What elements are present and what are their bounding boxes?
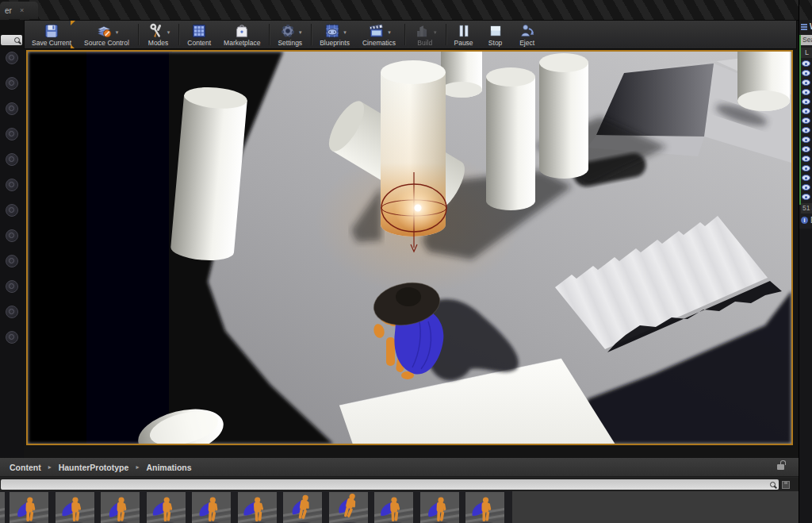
left-panel-search-input[interactable] bbox=[1, 35, 22, 45]
stop-icon bbox=[486, 22, 505, 40]
visibility-eye-icon[interactable] bbox=[802, 137, 810, 143]
toolbar-button-save-current[interactable]: Save Current bbox=[26, 21, 79, 48]
visibility-eye-icon[interactable] bbox=[802, 184, 810, 190]
toolbar-button-pause[interactable]: Pause bbox=[449, 21, 481, 48]
visibility-eye-icon[interactable] bbox=[802, 70, 810, 76]
toolbar-button-settings[interactable]: ▾Settings bbox=[272, 21, 309, 48]
visibility-eye-icon[interactable] bbox=[802, 79, 810, 86]
outliner-row[interactable] bbox=[801, 154, 812, 163]
asset-thumbnail[interactable] bbox=[283, 492, 322, 523]
toolbar-button-stop[interactable]: Stop bbox=[481, 21, 512, 48]
content-browser-search-row bbox=[0, 478, 799, 491]
toolbar-button-source-control[interactable]: ▾Source Control bbox=[79, 21, 136, 48]
dropdown-caret-icon[interactable]: ▾ bbox=[116, 29, 119, 36]
outliner-row[interactable] bbox=[801, 135, 812, 144]
dropdown-caret-icon[interactable]: ▾ bbox=[343, 29, 347, 36]
outliner-row[interactable] bbox=[801, 68, 812, 78]
asset-thumbnail[interactable] bbox=[374, 492, 413, 523]
visibility-eye-icon[interactable] bbox=[802, 165, 810, 171]
toolbar-buttons: Save Current▾Source Control▾ModesContent… bbox=[25, 21, 796, 48]
list-icon bbox=[801, 24, 807, 25]
outliner-search-input[interactable]: Sear bbox=[801, 35, 812, 45]
left-panel-item-icon[interactable] bbox=[6, 255, 18, 267]
left-panel-item-icon[interactable] bbox=[6, 280, 18, 293]
outliner-row[interactable] bbox=[801, 97, 812, 106]
info-icon bbox=[801, 217, 808, 224]
outliner-column-header[interactable]: L bbox=[801, 48, 812, 58]
level-viewport[interactable] bbox=[26, 50, 793, 445]
toolbar-button-eject[interactable]: Eject bbox=[512, 21, 544, 48]
content-browser-search-input[interactable] bbox=[1, 479, 779, 490]
outliner-row[interactable] bbox=[801, 173, 812, 183]
visibility-eye-icon[interactable] bbox=[802, 146, 810, 152]
visibility-eye-icon[interactable] bbox=[802, 89, 810, 95]
blueprints-icon: ▾ bbox=[323, 22, 347, 40]
asset-thumbnail[interactable] bbox=[147, 492, 186, 523]
left-panel-item-icon[interactable] bbox=[6, 229, 18, 242]
visibility-eye-icon[interactable] bbox=[802, 117, 810, 124]
left-panel-item-icon[interactable] bbox=[6, 306, 18, 318]
asset-thumbnail[interactable] bbox=[465, 492, 504, 523]
breadcrumb-separator-icon: ▸ bbox=[48, 463, 52, 471]
outliner-row[interactable] bbox=[801, 125, 812, 135]
breadcrumb-item-animations[interactable]: Animations bbox=[146, 463, 191, 472]
dropdown-caret-icon[interactable]: ▾ bbox=[167, 29, 170, 36]
save-search-icon[interactable] bbox=[782, 481, 790, 489]
left-panel-item-icon[interactable] bbox=[6, 77, 18, 90]
visibility-eye-icon[interactable] bbox=[802, 60, 810, 67]
visibility-eye-icon[interactable] bbox=[802, 175, 810, 181]
asset-thumbnail[interactable] bbox=[329, 492, 368, 523]
dropdown-caret-icon[interactable]: ▾ bbox=[388, 29, 391, 36]
outliner-row[interactable] bbox=[801, 192, 812, 202]
left-panel-item-icon[interactable] bbox=[6, 153, 18, 166]
left-panel-item-icon[interactable] bbox=[6, 331, 18, 344]
left-panel-item-icon[interactable] bbox=[6, 102, 18, 115]
visibility-eye-icon[interactable] bbox=[802, 108, 810, 114]
visibility-eye-icon[interactable] bbox=[802, 98, 810, 105]
visibility-eye-icon[interactable] bbox=[802, 127, 810, 133]
details-tab[interactable]: D bbox=[801, 216, 812, 225]
world-outliner-tab[interactable]: W bbox=[801, 22, 812, 31]
asset-thumbnail[interactable] bbox=[0, 492, 5, 523]
toolbar-button-cinematics[interactable]: ▾Cinematics bbox=[357, 21, 403, 48]
toolbar-button-content[interactable]: Content bbox=[182, 21, 218, 48]
left-panel-item-icon[interactable] bbox=[6, 128, 18, 140]
toolbar-button-marketplace[interactable]: Marketplace bbox=[218, 21, 267, 48]
outliner-row[interactable] bbox=[801, 144, 812, 154]
outliner-row[interactable] bbox=[801, 59, 812, 68]
asset-thumbnail[interactable] bbox=[420, 492, 459, 523]
left-panel-item-icon[interactable] bbox=[6, 52, 18, 64]
window-tab[interactable]: er × bbox=[0, 2, 38, 19]
outliner-row[interactable] bbox=[801, 116, 812, 125]
asset-thumbnail[interactable] bbox=[10, 492, 48, 523]
asset-thumbnail[interactable] bbox=[192, 492, 231, 523]
modes-icon: ▾ bbox=[147, 22, 170, 40]
asset-thumbnail[interactable] bbox=[56, 492, 94, 523]
breadcrumb-item-content[interactable]: Content bbox=[10, 463, 41, 472]
visibility-eye-icon[interactable] bbox=[802, 156, 810, 162]
dropdown-caret-icon[interactable]: ▾ bbox=[299, 29, 302, 36]
toolbar-button-blueprints[interactable]: ▾Blueprints bbox=[314, 21, 357, 48]
outliner-row[interactable] bbox=[801, 78, 812, 87]
pillar-top-right bbox=[737, 52, 790, 111]
outliner-row[interactable] bbox=[801, 183, 812, 192]
dropdown-caret-icon[interactable]: ▾ bbox=[434, 29, 437, 36]
asset-thumbnail[interactable] bbox=[101, 492, 140, 523]
lock-icon[interactable] bbox=[777, 464, 784, 470]
toolbar-button-modes[interactable]: ▾Modes bbox=[141, 21, 178, 48]
pause-icon bbox=[454, 22, 473, 40]
outliner-row[interactable] bbox=[801, 87, 812, 97]
left-panel-item-icon[interactable] bbox=[6, 179, 18, 191]
left-panel-item-icon[interactable] bbox=[6, 204, 18, 217]
right-tab-well bbox=[799, 0, 812, 20]
asset-thumbnail[interactable] bbox=[238, 492, 277, 523]
breadcrumb-item-haunterprototype[interactable]: HaunterPrototype bbox=[59, 463, 129, 472]
outliner-row[interactable] bbox=[801, 163, 812, 173]
viewport-scene-3d bbox=[28, 52, 791, 444]
world-outliner-panel: W Sear L 51 a D bbox=[799, 0, 812, 523]
tab-close-icon[interactable]: × bbox=[20, 6, 24, 14]
tab-well: er × bbox=[0, 0, 812, 21]
visibility-eye-icon[interactable] bbox=[802, 194, 810, 200]
point-light-sprite[interactable] bbox=[415, 205, 422, 212]
outliner-row[interactable] bbox=[801, 106, 812, 116]
